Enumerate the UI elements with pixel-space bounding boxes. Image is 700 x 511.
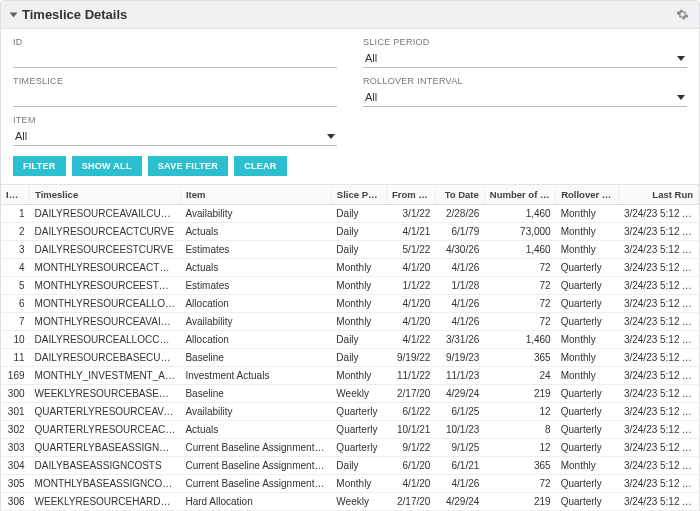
- cell-last-run: 3/24/23 5:12 AM: [619, 493, 699, 511]
- item-select[interactable]: All: [13, 127, 337, 146]
- col-item[interactable]: Item: [180, 185, 331, 205]
- cell-slice-period: Weekly: [331, 385, 386, 403]
- table-row[interactable]: 2DAILYRESOURCEACTCURVEActualsDaily4/1/21…: [1, 223, 699, 241]
- item-label: ITEM: [13, 115, 337, 125]
- cell-num-periods: 365: [484, 457, 555, 475]
- show-all-button[interactable]: SHOW ALL: [72, 156, 142, 176]
- table-row[interactable]: 169MONTHLY_INVESTMENT_ACTUALSInvestment …: [1, 367, 699, 385]
- cell-rollover: Quarterly: [556, 421, 619, 439]
- table-row[interactable]: 10DAILYRESOURCEALLOCCURVEAllocationDaily…: [1, 331, 699, 349]
- cell-id: 300: [1, 385, 30, 403]
- cell-last-run: 3/24/23 5:12 AM: [619, 259, 699, 277]
- cell-num-periods: 72: [484, 313, 555, 331]
- cell-num-periods: 219: [484, 385, 555, 403]
- table-row[interactable]: 305MONTHLYBASEASSIGNCOSTSCurrent Baselin…: [1, 475, 699, 493]
- cell-id: 304: [1, 457, 30, 475]
- table-row[interactable]: 4MONTHLYRESOURCEACTCURVEActualsMonthly4/…: [1, 259, 699, 277]
- table-row[interactable]: 304DAILYBASEASSIGNCOSTSCurrent Baseline …: [1, 457, 699, 475]
- filter-button[interactable]: FILTER: [13, 156, 66, 176]
- rollover-label: ROLLOVER INTERVAL: [363, 76, 687, 86]
- table-row[interactable]: 303QUARTERLYBASEASSIGNCOSTSCurrent Basel…: [1, 439, 699, 457]
- cell-id: 2: [1, 223, 30, 241]
- cell-to-date: 6/1/25: [435, 403, 484, 421]
- cell-timeslice: DAILYRESOURCEALLOCCURVE: [30, 331, 181, 349]
- panel-header: Timeslice Details: [1, 1, 699, 29]
- cell-to-date: 4/29/24: [435, 493, 484, 511]
- col-id[interactable]: ID▲: [1, 185, 30, 205]
- id-input[interactable]: [13, 49, 337, 68]
- sort-asc-icon: ▲: [18, 191, 26, 200]
- rollover-value: All: [365, 91, 377, 103]
- cell-last-run: 3/24/23 5:12 AM: [619, 403, 699, 421]
- cell-slice-period: Daily: [331, 223, 386, 241]
- cell-slice-period: Monthly: [331, 475, 386, 493]
- cell-from-date: 4/1/20: [386, 295, 435, 313]
- col-timeslice[interactable]: Timeslice: [30, 185, 181, 205]
- cell-id: 10: [1, 331, 30, 349]
- cell-from-date: 4/1/20: [386, 475, 435, 493]
- col-to-date[interactable]: To Date: [435, 185, 484, 205]
- cell-slice-period: Daily: [331, 205, 386, 223]
- col-slice-period[interactable]: Slice Period: [331, 185, 386, 205]
- data-grid: ID▲ Timeslice Item Slice Period From Dat…: [1, 184, 699, 511]
- table-row[interactable]: 306WEEKLYRESOURCEHARDALLOCHard Allocatio…: [1, 493, 699, 511]
- table-row[interactable]: 11DAILYRESOURCEBASECURVEBaselineDaily9/1…: [1, 349, 699, 367]
- cell-rollover: Quarterly: [556, 493, 619, 511]
- cell-item: Allocation: [180, 295, 331, 313]
- cell-to-date: 9/1/25: [435, 439, 484, 457]
- button-bar: FILTER SHOW ALL SAVE FILTER CLEAR: [1, 152, 699, 184]
- cell-num-periods: 1,460: [484, 205, 555, 223]
- cell-id: 6: [1, 295, 30, 313]
- id-label: ID: [13, 37, 337, 47]
- gear-icon[interactable]: [676, 8, 689, 21]
- cell-id: 306: [1, 493, 30, 511]
- cell-rollover: Quarterly: [556, 403, 619, 421]
- slice-period-value: All: [365, 52, 377, 64]
- col-num-periods[interactable]: Number of Periods: [484, 185, 555, 205]
- cell-from-date: 9/1/22: [386, 439, 435, 457]
- cell-rollover: Quarterly: [556, 385, 619, 403]
- clear-button[interactable]: CLEAR: [234, 156, 287, 176]
- slice-period-select[interactable]: All: [363, 49, 687, 68]
- cell-item: Baseline: [180, 349, 331, 367]
- table-row[interactable]: 1DAILYRESOURCEAVAILCURVEAvailabilityDail…: [1, 205, 699, 223]
- cell-slice-period: Monthly: [331, 313, 386, 331]
- cell-num-periods: 219: [484, 493, 555, 511]
- cell-item: Availability: [180, 403, 331, 421]
- cell-from-date: 1/1/22: [386, 277, 435, 295]
- cell-num-periods: 12: [484, 439, 555, 457]
- cell-timeslice: MONTHLY_INVESTMENT_ACTUALS: [30, 367, 181, 385]
- timeslice-input[interactable]: [13, 88, 337, 107]
- cell-item: Estimates: [180, 277, 331, 295]
- rollover-select[interactable]: All: [363, 88, 687, 107]
- cell-slice-period: Monthly: [331, 295, 386, 313]
- col-rollover[interactable]: Rollover Interval: [556, 185, 619, 205]
- table-row[interactable]: 3DAILYRESOURCEESTCURVEEstimatesDaily5/1/…: [1, 241, 699, 259]
- cell-item: Investment Actuals: [180, 367, 331, 385]
- col-from-date[interactable]: From Date: [386, 185, 435, 205]
- save-filter-button[interactable]: SAVE FILTER: [148, 156, 228, 176]
- cell-to-date: 2/28/26: [435, 205, 484, 223]
- cell-id: 4: [1, 259, 30, 277]
- table-row[interactable]: 301QUARTERLYRESOURCEAVAILCURVEAvailabili…: [1, 403, 699, 421]
- cell-from-date: 4/1/21: [386, 223, 435, 241]
- cell-timeslice: WEEKLYRESOURCEBASECURVE: [30, 385, 181, 403]
- cell-timeslice: WEEKLYRESOURCEHARDALLOC: [30, 493, 181, 511]
- cell-to-date: 10/1/23: [435, 421, 484, 439]
- cell-item: Current Baseline Assignment Cost: [180, 439, 331, 457]
- table-row[interactable]: 6MONTHLYRESOURCEALLOCCURVEAllocationMont…: [1, 295, 699, 313]
- table-row[interactable]: 5MONTHLYRESOURCEESTCURVEEstimatesMonthly…: [1, 277, 699, 295]
- cell-rollover: Quarterly: [556, 295, 619, 313]
- cell-item: Estimates: [180, 241, 331, 259]
- cell-id: 3: [1, 241, 30, 259]
- table-row[interactable]: 7MONTHLYRESOURCEAVAILCURVEAvailabilityMo…: [1, 313, 699, 331]
- cell-slice-period: Quarterly: [331, 439, 386, 457]
- cell-from-date: 3/1/22: [386, 205, 435, 223]
- col-last-run[interactable]: Last Run: [619, 185, 699, 205]
- collapse-icon[interactable]: [10, 12, 18, 17]
- cell-rollover: Monthly: [556, 349, 619, 367]
- cell-from-date: 5/1/22: [386, 241, 435, 259]
- cell-last-run: 3/24/23 5:12 AM: [619, 349, 699, 367]
- table-row[interactable]: 302QUARTERLYRESOURCEACTCURVEActualsQuart…: [1, 421, 699, 439]
- table-row[interactable]: 300WEEKLYRESOURCEBASECURVEBaselineWeekly…: [1, 385, 699, 403]
